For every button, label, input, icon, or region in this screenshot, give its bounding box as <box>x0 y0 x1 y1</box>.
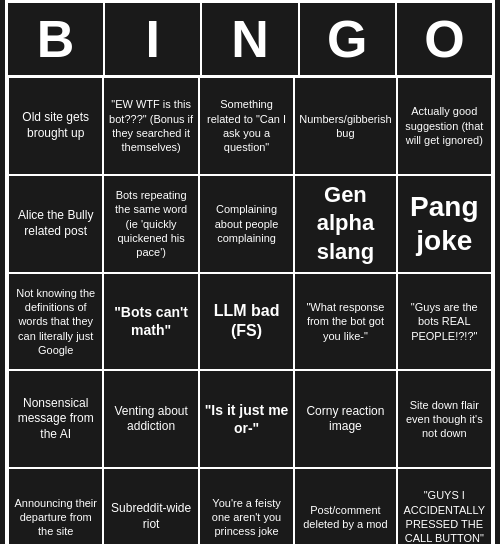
cell-18: Corny reaction image <box>294 370 396 468</box>
cell-text-23: Post/comment deleted by a mod <box>299 503 391 532</box>
cell-10: Not knowing the definitions of words tha… <box>8 273 103 371</box>
header-letter-i: I <box>105 3 202 77</box>
cell-14: "Guys are the bots REAL PEOPLE!?!?" <box>397 273 492 371</box>
cell-text-4: Actually good suggestion (that will get … <box>402 104 487 147</box>
cell-8: Gen alpha slang <box>294 175 396 273</box>
cell-text-0: Old site gets brought up <box>13 110 98 141</box>
cell-24: "GUYS I ACCIDENTALLY PRESSED THE CALL BU… <box>397 468 492 544</box>
cell-0: Old site gets brought up <box>8 77 103 175</box>
cell-text-22: You're a feisty one aren't you princess … <box>204 496 289 539</box>
cell-text-21: Subreddit-wide riot <box>108 501 193 532</box>
bingo-card: BINGO Old site gets brought up"EW WTF is… <box>5 0 495 544</box>
bingo-header: BINGO <box>8 3 492 77</box>
cell-4: Actually good suggestion (that will get … <box>397 77 492 175</box>
cell-text-9: Pang joke <box>402 190 487 257</box>
cell-21: Subreddit-wide riot <box>103 468 198 544</box>
cell-text-1: "EW WTF is this bot???" (Bonus if they s… <box>108 97 193 154</box>
cell-2: Something related to "Can I ask you a qu… <box>199 77 294 175</box>
header-letter-b: B <box>8 3 105 77</box>
cell-text-16: Venting about addiction <box>108 404 193 435</box>
cell-text-20: Announcing their departure from the site <box>13 496 98 539</box>
cell-text-13: "What response from the bot got you like… <box>299 300 391 343</box>
cell-3: Numbers/gibberish bug <box>294 77 396 175</box>
cell-12: LLM bad (FS) <box>199 273 294 371</box>
cell-22: You're a feisty one aren't you princess … <box>199 468 294 544</box>
cell-5: Alice the Bully related post <box>8 175 103 273</box>
cell-text-12: LLM bad (FS) <box>204 301 289 343</box>
cell-text-18: Corny reaction image <box>299 404 391 435</box>
cell-9: Pang joke <box>397 175 492 273</box>
cell-text-19: Site down flair even though it's not dow… <box>402 398 487 441</box>
cell-text-24: "GUYS I ACCIDENTALLY PRESSED THE CALL BU… <box>402 488 487 544</box>
cell-23: Post/comment deleted by a mod <box>294 468 396 544</box>
cell-text-2: Something related to "Can I ask you a qu… <box>204 97 289 154</box>
cell-text-6: Bots repeating the same word (ie 'quickl… <box>108 188 193 259</box>
cell-1: "EW WTF is this bot???" (Bonus if they s… <box>103 77 198 175</box>
cell-11: "Bots can't math" <box>103 273 198 371</box>
cell-7: Complaining about people complaining <box>199 175 294 273</box>
cell-19: Site down flair even though it's not dow… <box>397 370 492 468</box>
cell-text-17: "Is it just me or-" <box>204 401 289 437</box>
cell-text-10: Not knowing the definitions of words tha… <box>13 286 98 357</box>
cell-17: "Is it just me or-" <box>199 370 294 468</box>
header-letter-o: O <box>397 3 492 77</box>
cell-16: Venting about addiction <box>103 370 198 468</box>
cell-6: Bots repeating the same word (ie 'quickl… <box>103 175 198 273</box>
cell-text-5: Alice the Bully related post <box>13 208 98 239</box>
cell-13: "What response from the bot got you like… <box>294 273 396 371</box>
cell-text-3: Numbers/gibberish bug <box>299 112 391 141</box>
cell-text-8: Gen alpha slang <box>299 181 391 267</box>
header-letter-n: N <box>202 3 299 77</box>
bingo-grid: Old site gets brought up"EW WTF is this … <box>8 77 492 544</box>
header-letter-g: G <box>300 3 397 77</box>
cell-15: Nonsensical message from the AI <box>8 370 103 468</box>
cell-20: Announcing their departure from the site <box>8 468 103 544</box>
cell-text-15: Nonsensical message from the AI <box>13 396 98 443</box>
cell-text-14: "Guys are the bots REAL PEOPLE!?!?" <box>402 300 487 343</box>
cell-text-11: "Bots can't math" <box>108 303 193 339</box>
cell-text-7: Complaining about people complaining <box>204 202 289 245</box>
